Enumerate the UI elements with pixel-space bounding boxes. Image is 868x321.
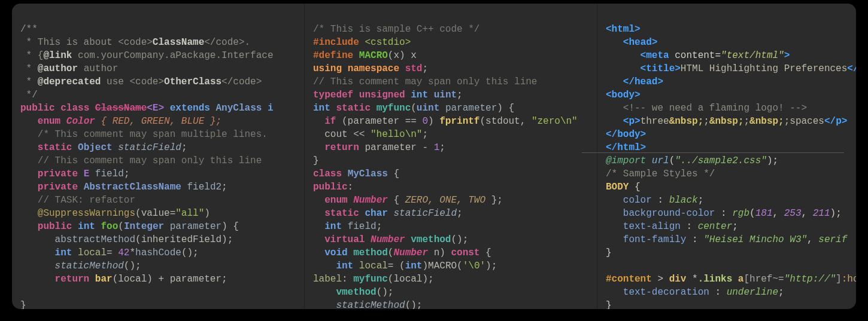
code-line: } bbox=[313, 155, 319, 166]
code-line: int local= 42*hashCode(); bbox=[20, 247, 199, 258]
code-line: return bar(local) + parameter; bbox=[20, 274, 227, 285]
code-line: <head> bbox=[606, 37, 657, 48]
code-line: staticMethod(); bbox=[313, 300, 422, 309]
code-line: } bbox=[20, 300, 26, 309]
code-line: abstractMethod(inheritedField); bbox=[20, 234, 233, 245]
javadoc-line: /** bbox=[20, 24, 38, 35]
code-line: typedef unsigned int uint; bbox=[313, 90, 463, 100]
javadoc-line: * {@link com.yourCompany.aPackage.Interf… bbox=[20, 50, 273, 61]
code-line: color : black; bbox=[606, 195, 703, 206]
code-line: staticMethod(); bbox=[20, 261, 141, 271]
code-line: static Object staticField; bbox=[20, 142, 187, 153]
java-code-panel[interactable]: /** * This is about <code>ClassName</cod… bbox=[12, 4, 304, 309]
markup-code-panel[interactable]: <html> <head> <meta content="text/html">… bbox=[597, 4, 856, 309]
code-line: virtual Number vmethod(); bbox=[313, 234, 468, 245]
code-line: <body> bbox=[606, 90, 641, 100]
code-line: /* This comment may span multiple lines. bbox=[20, 129, 268, 140]
code-line: enum Number { ZERO, ONE, TWO }; bbox=[313, 195, 503, 206]
code-line: public: bbox=[313, 182, 353, 192]
code-line: enum Color { RED, GREEN, BLUE }; bbox=[20, 116, 221, 127]
code-line: #content > div *.links a[href~="http://"… bbox=[606, 274, 856, 285]
code-line: text-align : center; bbox=[606, 221, 738, 232]
code-line: /* Sample Styles */ bbox=[606, 169, 715, 179]
code-line: /* This is sample C++ code */ bbox=[313, 24, 479, 35]
code-line: int field; bbox=[313, 221, 382, 232]
panel-divider bbox=[582, 152, 844, 153]
code-line: // This comment may span only this line bbox=[313, 77, 537, 87]
code-line: } bbox=[606, 247, 612, 258]
code-line: int local= (int)MACRO('\0'); bbox=[313, 261, 497, 271]
code-line: int static myfunc(uint parameter) { bbox=[313, 103, 514, 114]
code-line: // TASK: refactor bbox=[20, 195, 135, 206]
code-line: private AbstractClassName field2; bbox=[20, 182, 227, 192]
javadoc-line: */ bbox=[20, 90, 38, 100]
javadoc-line: * This is about <code>ClassName</code>. bbox=[20, 37, 250, 48]
code-line: BODY { bbox=[606, 182, 641, 192]
code-line: if (parameter == 0) fprintf(stdout, "zer… bbox=[313, 116, 578, 127]
code-line: <p>three&nbsp;;&nbsp;;&nbsp;;spaces</p> bbox=[606, 116, 847, 127]
code-line: static char staticField; bbox=[313, 208, 463, 219]
code-line: <meta content="text/html"> bbox=[606, 50, 790, 61]
code-line: <html> bbox=[606, 24, 641, 35]
code-line: <title>HTML Highlighting Preferences</ bbox=[606, 63, 856, 74]
code-line: background-color : rgb(181, 253, 211); bbox=[606, 208, 842, 219]
code-line: </body> bbox=[606, 129, 646, 140]
editor-card: /** * This is about <code>ClassName</cod… bbox=[12, 4, 856, 309]
code-line: cout << "hello\n"; bbox=[313, 129, 428, 140]
code-line: text-decoration : underline; bbox=[606, 287, 784, 298]
code-line: // This comment may span only this line bbox=[20, 155, 262, 166]
code-line: </head> bbox=[606, 77, 663, 87]
code-line: void method(Number n) const { bbox=[313, 247, 491, 258]
code-line: public class ClassName<E> extends AnyCla… bbox=[20, 103, 274, 114]
javadoc-line: * @author author bbox=[20, 63, 118, 74]
code-line: public int foo(Integer parameter) { bbox=[20, 221, 239, 232]
code-line: return parameter - 1; bbox=[313, 142, 445, 153]
code-line: label: myfunc(local); bbox=[313, 274, 434, 285]
cpp-code-panel[interactable]: /* This is sample C++ code */ #include <… bbox=[304, 4, 597, 309]
code-line: font-family : "Heisei Mincho W3", serif bbox=[606, 234, 847, 245]
javadoc-line: * @deprecated use <code>OtherClass</code… bbox=[20, 77, 262, 87]
code-line: #define MACRO(x) x bbox=[313, 50, 417, 61]
code-line: @import url("../sample2.css"); bbox=[606, 155, 778, 166]
code-line: private E field; bbox=[20, 169, 129, 179]
code-line: vmethod(); bbox=[313, 287, 393, 298]
code-line: } bbox=[606, 300, 612, 309]
code-line: #include <cstdio> bbox=[313, 37, 411, 48]
code-line: using namespace std; bbox=[313, 63, 428, 74]
code-line: </html> bbox=[606, 142, 646, 153]
code-line: @SuppressWarnings(value="all") bbox=[20, 208, 210, 219]
code-line: class MyClass { bbox=[313, 169, 399, 179]
code-theme-preview: /** * This is about <code>ClassName</cod… bbox=[0, 0, 868, 321]
code-line: <!-- we need a flaming logo! --> bbox=[606, 103, 807, 114]
